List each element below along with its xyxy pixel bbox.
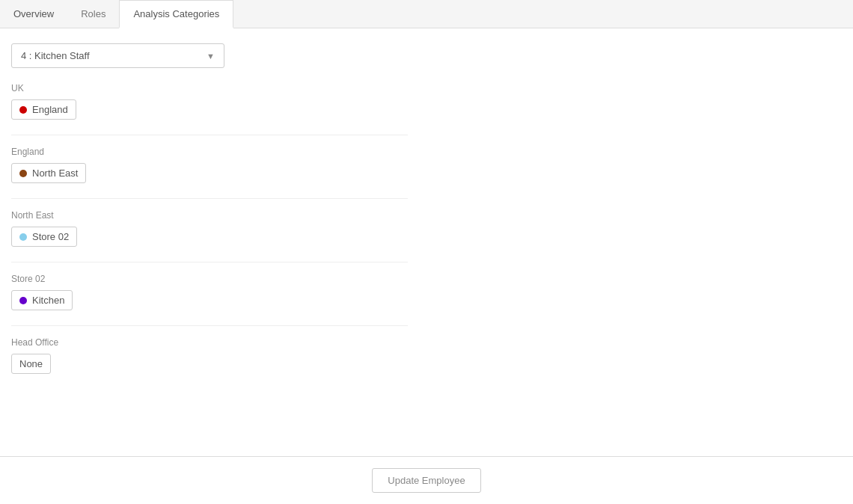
divider-3 [11, 325, 408, 326]
tag-text-uk: England [32, 104, 68, 115]
tag-text-head-office: None [19, 358, 43, 369]
dot-icon-england [19, 170, 27, 177]
dropdown-arrow-icon: ▼ [207, 52, 215, 61]
analysis-category-dropdown[interactable]: 4 : Kitchen Staff ▼ [11, 43, 224, 68]
dot-icon-uk [19, 106, 27, 114]
section-tag-head-office[interactable]: None [11, 354, 51, 374]
dropdown-wrapper: 4 : Kitchen Staff ▼ [11, 43, 842, 68]
divider-2 [11, 262, 408, 262]
tab-bar: Overview Roles Analysis Categories [0, 0, 853, 28]
section-label-store-02: Store 02 [11, 274, 842, 284]
tag-text-england: North East [32, 168, 78, 179]
sections-container: UKEnglandEnglandNorth EastNorth EastStor… [11, 83, 842, 374]
tab-analysis-categories[interactable]: Analysis Categories [119, 0, 233, 28]
main-content: 4 : Kitchen Staff ▼ UKEnglandEnglandNort… [0, 28, 853, 456]
section-head-office: Head OfficeNone [11, 337, 842, 374]
section-tag-north-east[interactable]: Store 02 [11, 227, 77, 247]
dropdown-value: 4 : Kitchen Staff [21, 50, 90, 61]
update-employee-button[interactable]: Update Employee [372, 468, 480, 493]
tag-text-store-02: Kitchen [32, 295, 64, 306]
section-england: EnglandNorth East [11, 147, 842, 183]
section-tag-england[interactable]: North East [11, 163, 86, 183]
divider-0 [11, 135, 408, 135]
divider-1 [11, 198, 408, 199]
section-label-england: England [11, 147, 842, 157]
section-store-02: Store 02Kitchen [11, 274, 842, 310]
section-uk: UKEngland [11, 83, 842, 120]
dot-icon-store-02 [19, 297, 27, 304]
footer: Update Employee [0, 456, 853, 504]
section-north-east: North EastStore 02 [11, 210, 842, 247]
section-tag-store-02[interactable]: Kitchen [11, 290, 73, 310]
section-tag-uk[interactable]: England [11, 99, 76, 120]
tag-text-north-east: Store 02 [32, 231, 69, 242]
section-label-uk: UK [11, 83, 842, 93]
dot-icon-north-east [19, 233, 27, 241]
tab-overview[interactable]: Overview [0, 0, 67, 28]
section-label-head-office: Head Office [11, 337, 842, 348]
section-label-north-east: North East [11, 210, 842, 221]
tab-roles[interactable]: Roles [67, 0, 119, 28]
